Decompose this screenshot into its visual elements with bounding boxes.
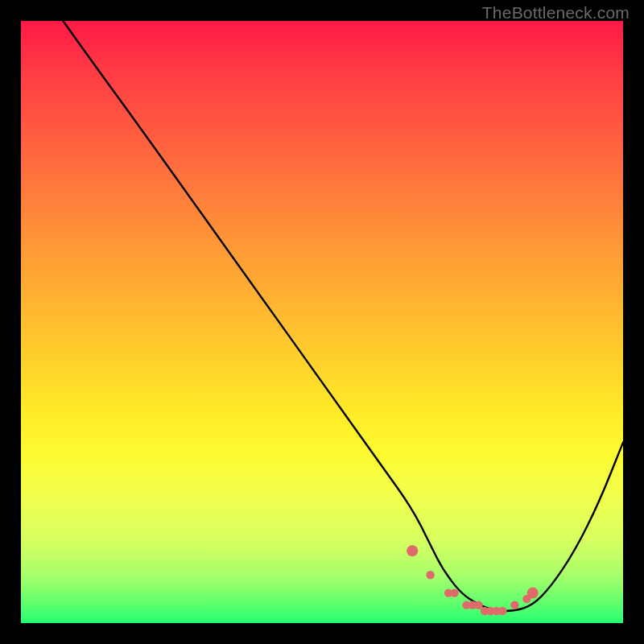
plot-area <box>21 21 623 623</box>
chart-frame: TheBottleneck.com <box>0 0 644 644</box>
valley-dot <box>510 601 518 609</box>
watermark-text: TheBottleneck.com <box>482 3 630 23</box>
valley-dot <box>450 588 458 597</box>
valley-dot <box>498 607 506 615</box>
bottleneck-curve <box>63 21 623 611</box>
curve-svg <box>21 21 623 623</box>
valley-dots <box>407 545 539 615</box>
valley-dot <box>474 601 482 609</box>
valley-dot <box>407 545 418 556</box>
valley-dot <box>426 571 434 579</box>
valley-dot <box>527 588 539 599</box>
